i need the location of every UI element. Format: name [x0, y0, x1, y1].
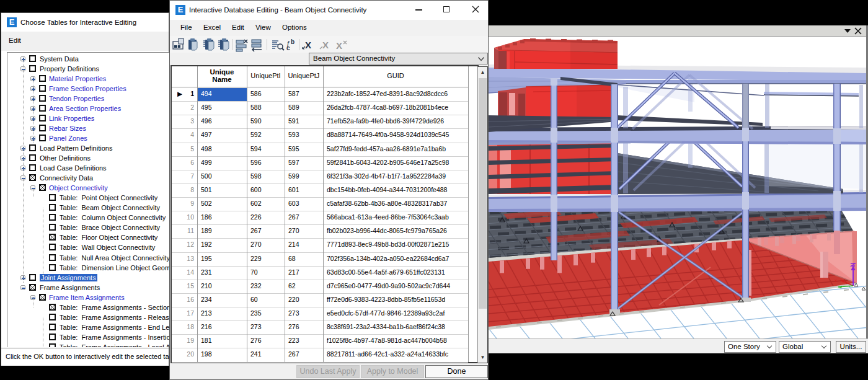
svg-text:X: X: [336, 40, 342, 51]
svg-text:X: X: [305, 40, 311, 50]
svg-text:x: x: [835, 278, 837, 283]
svg-text:c: c: [286, 45, 290, 51]
svg-text:b: b: [291, 38, 294, 45]
svg-text:X: X: [322, 40, 329, 50]
